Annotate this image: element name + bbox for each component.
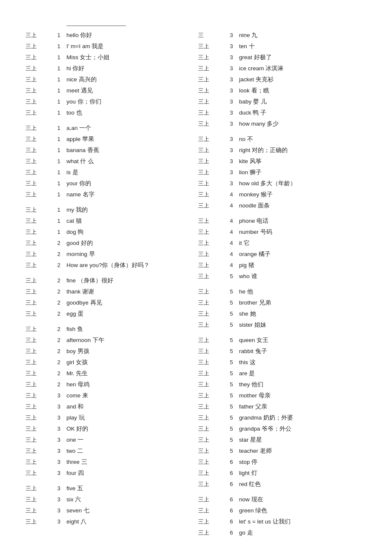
cell-kb: 三上 xyxy=(198,201,224,210)
table-row: 三上6stop 停 xyxy=(198,457,366,468)
cell-dan: 3 xyxy=(51,391,66,400)
cell-kb: 三上 xyxy=(198,227,224,237)
table-row: 三上4monkey 猴子 xyxy=(198,190,366,201)
cell-kb: 三上 xyxy=(26,227,51,237)
table-row: 三上3three 三 xyxy=(26,457,194,468)
table-row: 三上1you 你；你们 xyxy=(26,97,194,108)
cell-dan: 3 xyxy=(51,495,66,504)
cell-kb: 三上 xyxy=(198,413,224,423)
table-row: 三上1your 你的 xyxy=(26,178,194,190)
cell-word: egg 蛋 xyxy=(66,309,194,319)
cell-dan: 1 xyxy=(51,167,66,177)
table-row: 三上5grandma 奶奶；外婆 xyxy=(198,413,366,424)
cell-dan: 2 xyxy=(51,324,66,334)
cell-dan: 6 xyxy=(224,517,239,526)
cell-dan: 5 xyxy=(224,435,239,445)
cell-dan: 3 xyxy=(51,506,66,515)
cell-word: brother 兄弟 xyxy=(239,298,366,308)
cell-word: duck 鸭 子 xyxy=(239,108,366,118)
cell-word: pig 猪 xyxy=(239,260,366,270)
cell-dan: 4 xyxy=(224,238,239,248)
cell-kb: 三上 xyxy=(26,335,51,345)
cell-kb: 三上 xyxy=(26,205,51,215)
table-row: 三上3four 四 xyxy=(26,468,194,479)
cell-kb: 三上 xyxy=(26,86,51,95)
cell-kb: 三上 xyxy=(26,495,51,504)
cell-dan: 3 xyxy=(224,75,239,84)
cell-word: seven 七 xyxy=(66,506,194,516)
cell-word: hen 母鸡 xyxy=(66,380,194,390)
table-row: 三上2thank 谢谢 xyxy=(26,287,194,298)
table-row: 三上2fine （身体）很好 xyxy=(26,276,194,287)
cell-word: too 也 xyxy=(66,108,194,118)
cell-dan: 3 xyxy=(51,435,66,445)
cell-kb: 三上 xyxy=(198,457,224,467)
table-row: 三上1too 也 xyxy=(26,108,194,119)
cell-word: meet 遇见 xyxy=(66,86,194,96)
left-column: 三上1hello 你好三上1I' m=I am 我是三上1Miss 女士；小姐三… xyxy=(26,30,194,539)
cell-word: Miss 女士；小姐 xyxy=(66,52,194,63)
table-row: 三上3look 看；瞧 xyxy=(198,86,366,97)
cell-dan: 3 xyxy=(224,86,239,95)
spacer-row xyxy=(198,331,366,335)
table-row: 三上3baby 婴 儿 xyxy=(198,97,366,108)
cell-word: one 一 xyxy=(66,435,194,445)
cell-word: look 看；瞧 xyxy=(239,86,366,96)
table-row: 三上5teacher 老师 xyxy=(198,446,366,457)
table-row: 三上6go 走 xyxy=(198,528,366,539)
cell-dan: 5 xyxy=(224,320,239,330)
cell-kb: 三上 xyxy=(26,357,51,367)
spacer-row xyxy=(26,479,194,483)
table-row: 三上1apple 苹果 xyxy=(26,134,194,145)
table-row: 三上2good 好的 xyxy=(26,238,194,249)
table-row: 三上2hen 母鸡 xyxy=(26,380,194,391)
cell-kb: 三上 xyxy=(26,75,51,84)
cell-dan: 2 xyxy=(51,346,66,356)
cell-word: monkey 猴子 xyxy=(239,190,366,200)
cell-kb: 三上 xyxy=(26,41,51,51)
cell-word: fine （身体）很好 xyxy=(66,276,194,286)
cell-kb: 三上 xyxy=(26,457,51,467)
cell-word: girl 女孩 xyxy=(66,357,194,368)
cell-word: baby 婴 儿 xyxy=(239,97,366,107)
table-row: 三上3OK 好的 xyxy=(26,424,194,435)
cell-dan: 3 xyxy=(224,63,239,73)
cell-word: what 什 么 xyxy=(66,156,194,167)
table-row: 三上3no 不 xyxy=(198,134,366,145)
cell-kb: 三上 xyxy=(198,298,224,308)
cell-dan: 1 xyxy=(51,30,66,40)
table-row: 三上5brother 兄弟 xyxy=(198,298,366,309)
cell-word: come 来 xyxy=(66,391,194,401)
table-row: 三上6red 红色 xyxy=(198,479,366,490)
cell-dan: 5 xyxy=(224,380,239,389)
cell-kb: 三上 xyxy=(198,424,224,434)
cell-kb: 三上 xyxy=(198,156,224,166)
cell-word: five 五 xyxy=(66,483,194,494)
cell-kb: 三上 xyxy=(198,249,224,259)
cell-word: name 名字 xyxy=(66,190,194,200)
cell-dan: 1 xyxy=(51,108,66,118)
cell-dan: 1 xyxy=(51,75,66,84)
cell-dan: 1 xyxy=(51,190,66,199)
cell-dan: 5 xyxy=(224,309,239,319)
table-row: 三上5queen 女王 xyxy=(198,335,366,346)
cell-word: grandpa 爷爷；外公 xyxy=(239,424,366,434)
cell-dan: 1 xyxy=(51,97,66,106)
table-row: 三上5mother 母亲 xyxy=(198,391,366,402)
cell-dan: 3 xyxy=(224,30,239,40)
table-row: 三上1Miss 女士；小姐 xyxy=(26,52,194,63)
cell-word: go 走 xyxy=(239,528,366,538)
cell-dan: 2 xyxy=(51,287,66,296)
table-row: 三上5this 这 xyxy=(198,357,366,368)
cell-kb: 三上 xyxy=(26,260,51,270)
table-row: 三上2How are you?你（身体）好吗？ xyxy=(26,260,194,271)
cell-word: afternoon 下午 xyxy=(66,335,194,345)
cell-word: I' m=I am 我是 xyxy=(66,41,194,52)
cell-kb: 三上 xyxy=(198,260,224,270)
cell-dan: 3 xyxy=(51,457,66,467)
cell-word: queen 女王 xyxy=(239,335,366,345)
cell-kb: 三上 xyxy=(198,528,224,538)
spacer-row xyxy=(198,130,366,134)
cell-word: fish 鱼 xyxy=(66,324,194,334)
cell-kb: 三上 xyxy=(198,391,224,400)
